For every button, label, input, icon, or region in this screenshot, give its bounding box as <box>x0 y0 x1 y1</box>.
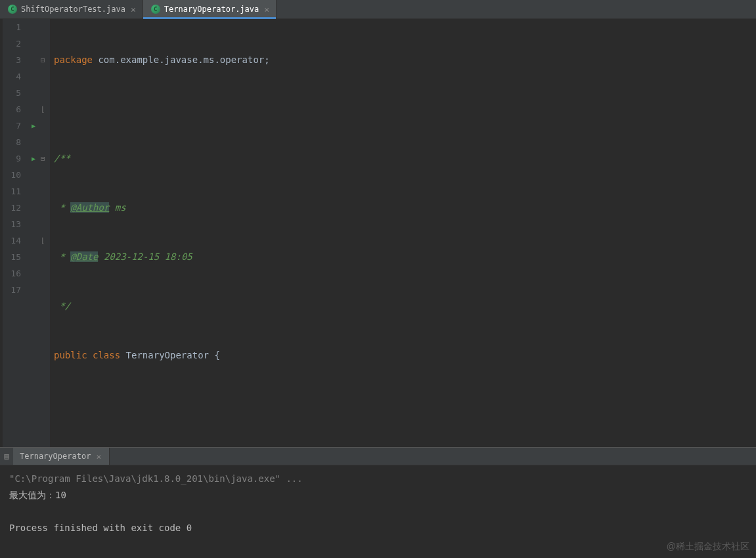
line-number: 17 <box>3 282 21 298</box>
line-number: 7 <box>3 118 21 134</box>
watermark: @稀土掘金技术社区 <box>667 541 749 553</box>
code-editor[interactable]: package com.example.javase.ms.operator; … <box>50 19 756 447</box>
fold-icon[interactable]: ⊟ <box>41 150 50 167</box>
run-panel: ▤ TernaryOperator × "C:\Program Files\Ja… <box>0 447 756 558</box>
run-tabs-bar: ▤ TernaryOperator × <box>0 448 756 465</box>
console-output[interactable]: "C:\Program Files\Java\jdk1.8.0_201\bin\… <box>0 465 756 558</box>
close-icon[interactable]: × <box>95 452 102 461</box>
run-gutter-icon[interactable]: ▶ <box>26 150 41 167</box>
tab-label: TernaryOperator.java <box>164 5 259 14</box>
line-number: 2 <box>3 35 21 52</box>
line-number: 12 <box>3 200 21 216</box>
close-icon[interactable]: × <box>263 5 271 14</box>
line-number: 3 <box>3 52 21 68</box>
line-number: 8 <box>3 134 21 150</box>
console-line: Process finished with exit code 0 <box>9 523 192 533</box>
tab-shiftoperatortest[interactable]: ShiftOperatorTest.java × <box>0 0 143 18</box>
line-number: 11 <box>3 183 21 200</box>
gutter-icons: ▶ ▶ <box>26 19 41 447</box>
editor-tabs-bar: ShiftOperatorTest.java × TernaryOperator… <box>0 0 756 19</box>
line-number: 16 <box>3 265 21 282</box>
close-icon[interactable]: × <box>129 5 137 14</box>
line-number: 9 <box>3 150 21 167</box>
run-tab-ternaryoperator[interactable]: TernaryOperator × <box>13 448 110 465</box>
editor-area: 1 2 3 4 5 6 7 8 9 10 11 12 13 14 15 16 1… <box>0 19 756 447</box>
line-number: 1 <box>3 19 21 35</box>
line-number: 13 <box>3 216 21 232</box>
fold-icon[interactable]: ⊟ <box>41 52 50 68</box>
java-class-icon <box>8 5 17 14</box>
java-class-icon <box>151 5 160 14</box>
run-panel-icon[interactable]: ▤ <box>0 448 13 465</box>
run-tab-label: TernaryOperator <box>20 452 91 461</box>
tab-label: ShiftOperatorTest.java <box>21 5 125 14</box>
line-number: 4 <box>3 68 21 85</box>
line-number: 5 <box>3 85 21 101</box>
fold-column: ⊟ ⌊ ⊟ ⌊ <box>41 19 50 447</box>
tab-ternaryoperator[interactable]: TernaryOperator.java × <box>143 0 277 18</box>
line-number: 6 <box>3 101 21 118</box>
line-number: 10 <box>3 167 21 183</box>
line-number: 15 <box>3 249 21 265</box>
console-command: "C:\Program Files\Java\jdk1.8.0_201\bin\… <box>9 473 303 484</box>
console-line: 最大值为：10 <box>9 490 66 500</box>
line-number: 14 <box>3 232 21 249</box>
line-number-gutter: 1 2 3 4 5 6 7 8 9 10 11 12 13 14 15 16 1… <box>3 19 26 447</box>
fold-end-icon[interactable]: ⌊ <box>41 101 50 118</box>
fold-end-icon[interactable]: ⌊ <box>41 232 50 249</box>
run-gutter-icon[interactable]: ▶ <box>26 118 41 134</box>
